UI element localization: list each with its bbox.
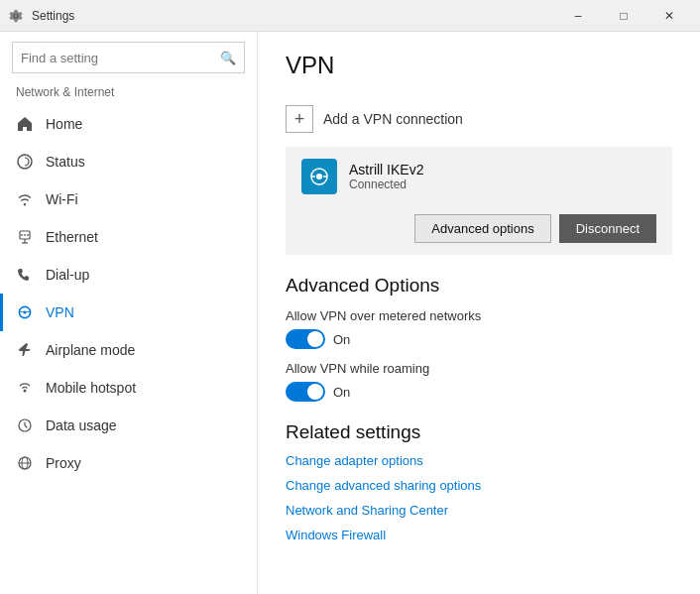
related-link-0[interactable]: Change adapter options bbox=[286, 453, 672, 468]
ethernet-icon bbox=[16, 228, 34, 246]
airplane-icon bbox=[16, 341, 34, 359]
sidebar-section-label: Network & Internet bbox=[0, 81, 257, 105]
sidebar-item-hotspot[interactable]: Mobile hotspot bbox=[0, 369, 257, 407]
vpn-info: Astrill IKEv2 Connected bbox=[349, 162, 656, 191]
proxy-icon bbox=[16, 454, 34, 472]
home-icon bbox=[16, 115, 34, 133]
sidebar-item-ethernet[interactable]: Ethernet bbox=[0, 218, 257, 256]
sidebar-item-status[interactable]: Status bbox=[0, 143, 257, 180]
close-button[interactable]: ✕ bbox=[646, 0, 692, 32]
related-link-2[interactable]: Network and Sharing Center bbox=[286, 503, 672, 518]
hotspot-icon bbox=[16, 379, 34, 397]
sidebar-label-hotspot: Mobile hotspot bbox=[46, 380, 136, 396]
dialup-icon bbox=[16, 266, 34, 284]
add-vpn-icon: + bbox=[286, 105, 313, 133]
app-body: 🔍 Network & Internet Home Status Wi-Fi bbox=[0, 32, 700, 594]
vpn-connection-item: Astrill IKEv2 Connected bbox=[286, 147, 672, 206]
sidebar-label-home: Home bbox=[46, 116, 82, 132]
maximize-button[interactable]: □ bbox=[601, 0, 646, 32]
toggle2-wrap: On bbox=[286, 382, 672, 402]
sidebar-label-dialup: Dial-up bbox=[46, 267, 89, 283]
vpn-logo bbox=[301, 159, 337, 194]
vpn-status: Connected bbox=[349, 178, 656, 191]
sidebar-item-airplane[interactable]: Airplane mode bbox=[0, 331, 257, 369]
minimize-button[interactable]: – bbox=[555, 0, 601, 32]
sidebar-item-dialup[interactable]: Dial-up bbox=[0, 256, 257, 294]
related-link-3[interactable]: Windows Firewall bbox=[286, 528, 672, 542]
vpn-icon bbox=[16, 303, 34, 321]
disconnect-button[interactable]: Disconnect bbox=[559, 214, 656, 243]
add-vpn-row[interactable]: + Add a VPN connection bbox=[286, 95, 672, 143]
sidebar-item-proxy[interactable]: Proxy bbox=[0, 444, 257, 482]
sidebar-label-datausage: Data usage bbox=[46, 417, 117, 433]
status-icon bbox=[16, 153, 34, 171]
related-settings-title: Related settings bbox=[286, 421, 672, 443]
toggle2[interactable] bbox=[286, 382, 325, 402]
sidebar-label-airplane: Airplane mode bbox=[46, 342, 135, 358]
vpn-name: Astrill IKEv2 bbox=[349, 162, 656, 178]
svg-point-0 bbox=[18, 155, 32, 169]
toggle1-label: Allow VPN over metered networks bbox=[286, 308, 672, 323]
toggle2-label: Allow VPN while roaming bbox=[286, 361, 672, 376]
advanced-options-title: Advanced Options bbox=[286, 275, 672, 297]
settings-icon bbox=[8, 8, 24, 24]
titlebar-buttons: – □ ✕ bbox=[555, 0, 692, 32]
sidebar-item-datausage[interactable]: Data usage bbox=[0, 407, 257, 444]
sidebar-label-vpn: VPN bbox=[46, 304, 74, 320]
search-wrap: 🔍 bbox=[0, 32, 257, 81]
datausage-icon bbox=[16, 416, 34, 434]
sidebar-label-wifi: Wi-Fi bbox=[46, 191, 78, 207]
svg-point-14 bbox=[316, 174, 322, 179]
titlebar-title: Settings bbox=[32, 9, 555, 23]
search-box[interactable]: 🔍 bbox=[12, 42, 245, 73]
svg-point-8 bbox=[24, 390, 27, 393]
search-input[interactable] bbox=[21, 51, 220, 65]
sidebar-item-vpn[interactable]: VPN bbox=[0, 294, 257, 331]
toggle2-value: On bbox=[333, 385, 350, 400]
sidebar-label-ethernet: Ethernet bbox=[46, 229, 98, 245]
sidebar-label-status: Status bbox=[46, 154, 85, 170]
toggle1[interactable] bbox=[286, 329, 325, 349]
related-link-1[interactable]: Change advanced sharing options bbox=[286, 478, 672, 493]
wifi-icon bbox=[16, 190, 34, 208]
toggle1-value: On bbox=[333, 332, 350, 347]
toggle1-wrap: On bbox=[286, 329, 672, 349]
svg-point-7 bbox=[23, 310, 26, 313]
titlebar: Settings – □ ✕ bbox=[0, 0, 700, 32]
advanced-options-button[interactable]: Advanced options bbox=[414, 214, 550, 243]
vpn-actions: Advanced options Disconnect bbox=[286, 206, 672, 255]
sidebar-label-proxy: Proxy bbox=[46, 455, 81, 471]
sidebar-item-wifi[interactable]: Wi-Fi bbox=[0, 180, 257, 218]
main-content: VPN + Add a VPN connection Astrill IKEv2… bbox=[258, 32, 700, 594]
search-icon: 🔍 bbox=[220, 51, 236, 65]
add-vpn-label: Add a VPN connection bbox=[323, 111, 463, 127]
page-title: VPN bbox=[286, 52, 672, 79]
sidebar-item-home[interactable]: Home bbox=[0, 105, 257, 143]
sidebar: 🔍 Network & Internet Home Status Wi-Fi bbox=[0, 32, 258, 594]
